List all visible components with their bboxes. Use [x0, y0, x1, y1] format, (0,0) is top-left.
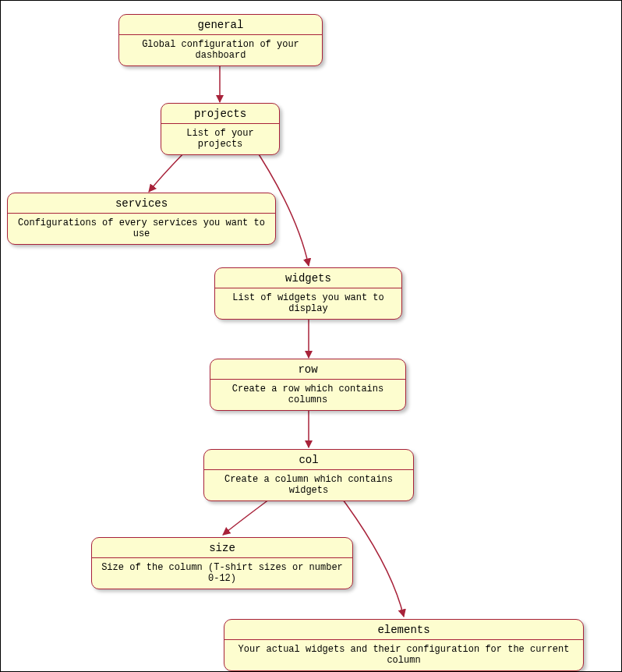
diagram-frame: general Global configuration of your das…: [0, 0, 622, 672]
node-title: elements: [224, 620, 583, 640]
node-desc: Global configuration of your dashboard: [119, 35, 322, 65]
node-projects: projects List of your projects: [161, 103, 280, 155]
node-size: size Size of the column (T-shirt sizes o…: [91, 537, 353, 589]
node-desc: Configurations of every services you wan…: [8, 214, 275, 244]
node-title: col: [204, 450, 413, 470]
node-general: general Global configuration of your das…: [118, 14, 323, 66]
node-title: size: [92, 538, 352, 558]
node-desc: List of widgets you want to display: [215, 288, 401, 319]
node-desc: Your actual widgets and their configurat…: [224, 640, 583, 670]
node-desc: Size of the column (T-shirt sizes or num…: [92, 558, 352, 589]
node-widgets: widgets List of widgets you want to disp…: [214, 267, 402, 320]
node-title: projects: [161, 104, 279, 124]
node-title: widgets: [215, 268, 401, 288]
node-services: services Configurations of every service…: [7, 193, 276, 245]
node-desc: Create a row which contains columns: [210, 380, 405, 410]
node-desc: Create a column which contains widgets: [204, 470, 413, 500]
node-desc: List of your projects: [161, 124, 279, 154]
node-row: row Create a row which contains columns: [210, 359, 406, 411]
node-col: col Create a column which contains widge…: [203, 449, 414, 501]
node-elements: elements Your actual widgets and their c…: [224, 619, 584, 671]
node-title: general: [119, 15, 322, 35]
node-title: row: [210, 359, 405, 380]
node-title: services: [8, 193, 275, 214]
